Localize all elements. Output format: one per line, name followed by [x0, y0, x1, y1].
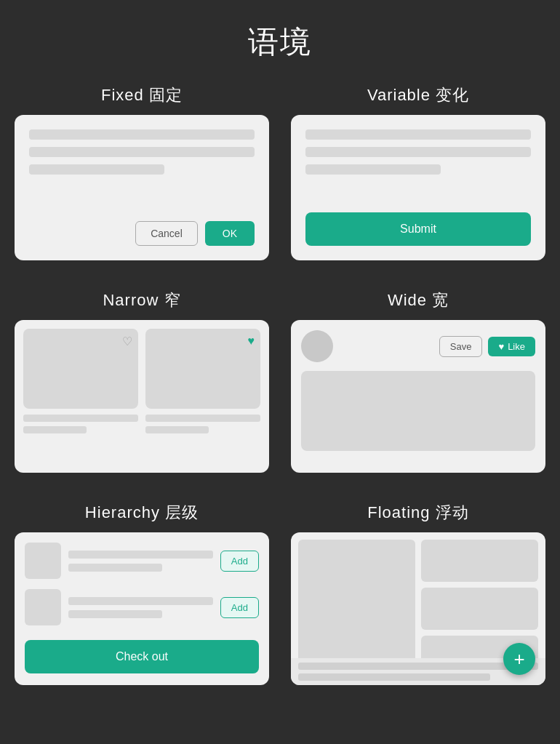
skeleton-line: [305, 147, 531, 157]
narrow-meta-right: [145, 415, 260, 433]
submit-button[interactable]: Submit: [305, 212, 531, 246]
skeleton-line: [298, 673, 490, 681]
skeleton-line: [68, 610, 162, 618]
skeleton-line: [23, 426, 87, 433]
skeleton-line: [29, 129, 255, 140]
hierarchy-thumbnail: [25, 543, 61, 579]
fixed-skeleton: [29, 129, 255, 175]
hierarchy-lines: [68, 551, 213, 572]
narrow-item-right: ♥: [145, 329, 260, 433]
section-hierarchy-title: Hierarchy 层级: [85, 502, 199, 524]
section-hierarchy: Hierarchy 层级 Add Add Check out: [15, 502, 269, 685]
section-variable: Variable 变化 Submit: [291, 84, 545, 260]
floating-block-top-right: [421, 540, 538, 582]
hierarchy-card: Add Add Check out: [15, 532, 269, 685]
narrow-meta-left: [23, 415, 138, 433]
section-floating-title: Floating 浮动: [367, 502, 468, 524]
fixed-card: Cancel OK: [15, 115, 269, 260]
hierarchy-row-2: Add: [25, 589, 259, 625]
skeleton-line: [305, 164, 441, 175]
skeleton-line: [298, 663, 538, 670]
floating-block-mid-right: [421, 588, 538, 630]
page-title: 语境: [248, 22, 312, 63]
floating-layout: [298, 540, 538, 678]
narrow-grid: ♡ ♥: [23, 329, 260, 433]
section-fixed: Fixed 固定 Cancel OK: [15, 84, 269, 260]
section-wide: Wide 宽 Save ♥ Like: [291, 289, 545, 473]
variable-card: Submit: [291, 115, 545, 260]
wide-top: Save ♥ Like: [301, 330, 535, 362]
floating-block-left: [298, 540, 415, 678]
skeleton-line: [145, 426, 209, 433]
variable-skeleton: [305, 129, 531, 175]
skeleton-line: [23, 415, 138, 422]
heart-like-icon: ♥: [498, 341, 504, 352]
narrow-card: ♡ ♥: [15, 320, 269, 473]
section-wide-title: Wide 宽: [388, 289, 449, 311]
skeleton-line: [68, 551, 213, 559]
hierarchy-row-1: Add: [25, 543, 259, 579]
skeleton-line: [68, 597, 213, 605]
skeleton-line: [145, 415, 260, 422]
hierarchy-thumbnail: [25, 589, 61, 625]
wide-card: Save ♥ Like: [291, 320, 545, 473]
skeleton-line: [29, 147, 255, 157]
skeleton-line: [305, 129, 531, 140]
skeleton-line: [68, 564, 162, 572]
section-fixed-title: Fixed 固定: [101, 84, 183, 106]
sections-grid: Fixed 固定 Cancel OK Variable 变化 Submi: [15, 84, 545, 685]
cancel-button[interactable]: Cancel: [135, 221, 198, 246]
ok-button[interactable]: OK: [205, 221, 255, 246]
narrow-image-right: ♥: [145, 329, 260, 409]
fixed-buttons: Cancel OK: [29, 221, 255, 246]
hierarchy-lines: [68, 597, 213, 618]
checkout-button[interactable]: Check out: [25, 640, 259, 673]
section-narrow: Narrow 窄 ♡ ♥: [15, 289, 269, 473]
wide-actions: Save ♥ Like: [439, 336, 535, 357]
add-button-1[interactable]: Add: [220, 551, 259, 572]
floating-card: +: [291, 532, 545, 685]
skeleton-line: [29, 164, 164, 175]
like-button[interactable]: ♥ Like: [488, 337, 535, 356]
wide-image: [301, 371, 535, 451]
avatar: [301, 330, 333, 362]
section-variable-title: Variable 变化: [367, 84, 469, 106]
fab-button[interactable]: +: [503, 643, 535, 675]
save-button[interactable]: Save: [439, 336, 483, 357]
section-floating: Floating 浮动 +: [291, 502, 545, 685]
narrow-image-left: ♡: [23, 329, 138, 409]
section-narrow-title: Narrow 窄: [103, 289, 180, 311]
add-button-2[interactable]: Add: [220, 597, 259, 618]
heart-filled-icon: ♥: [248, 335, 255, 348]
narrow-item-left: ♡: [23, 329, 138, 433]
heart-outline-icon: ♡: [122, 335, 132, 348]
